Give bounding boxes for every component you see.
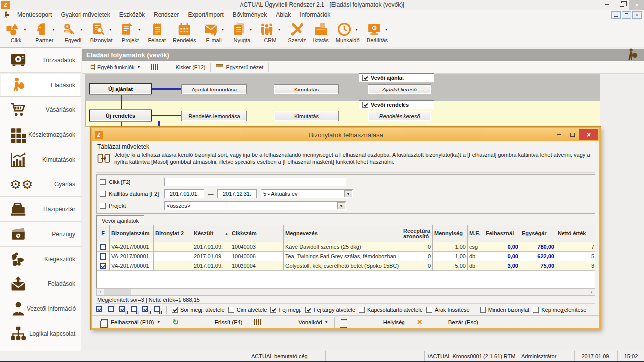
sidebar-item-vezetoi-informacio[interactable]: Vezetői információ [0, 296, 81, 321]
menu-item-menucsoport[interactable]: Menücsoport [13, 10, 56, 19]
toolbar-egyedi[interactable]: 0110▼ Egyedi [59, 20, 87, 47]
option-minden-bizonylat[interactable]: Minden bizonylat [480, 307, 530, 313]
chevron-down-icon[interactable]: ▼ [344, 190, 352, 197]
toolbar-rendeles[interactable]: Rendelés [169, 20, 199, 47]
column-header[interactable]: Mennyiség [433, 225, 468, 242]
sidebar-item-kiegeszitok[interactable]: Kiegészítők [0, 247, 81, 272]
toolbar-bizonylat[interactable]: ▼ Bizonylat [87, 20, 116, 47]
use-button[interactable]: Felhasznál (F10) ▼ [95, 317, 166, 328]
column-header[interactable]: Megnevezés [284, 225, 402, 242]
scroll-left-icon[interactable]: ‹ [97, 289, 104, 295]
kisker-button[interactable]: Kisker (F12) [146, 63, 211, 72]
column-header[interactable]: Egységár [520, 225, 556, 242]
tab-vevoi-ajanlatok[interactable]: Vevői ajánlatok [96, 215, 144, 225]
new-offer-button[interactable]: Új ajánlat [89, 83, 152, 94]
toolbar-projekt[interactable]: ▼ Projekt [116, 20, 144, 47]
menu-item-eszkozok[interactable]: Eszközök [115, 10, 149, 19]
menu-item-rendszer[interactable]: Rendszer [149, 10, 183, 19]
toolbar-iktatas[interactable]: Iktatás [309, 20, 332, 47]
sidebar-item-kimutatasok[interactable]: Kimutatások [0, 147, 81, 172]
column-header[interactable]: Bizonylatszám [110, 225, 154, 242]
chevron-down-icon[interactable]: ▼ [137, 28, 141, 31]
filter-datum-checkbox[interactable] [100, 191, 106, 197]
option-cim-atvetele[interactable]: Cím átvétele [228, 307, 267, 313]
minimize-button[interactable] [599, 0, 614, 10]
period-select[interactable]: 5 - Aktuális év ▼ [261, 189, 353, 198]
sidebar-item-penzugy[interactable]: Pénzügy [0, 222, 81, 247]
filter-cikk-checkbox[interactable] [100, 179, 106, 185]
select-edited-rows-button[interactable] [119, 306, 127, 313]
sidebar-item-hazipenztar[interactable]: Házipénztár [0, 197, 81, 222]
close-dialog-button[interactable]: × Bezár (Esc) [411, 317, 484, 328]
chevron-down-icon[interactable]: ▼ [80, 28, 83, 31]
menu-item-bovitmenyek[interactable]: Bővítmények [228, 10, 271, 19]
column-header[interactable]: Nettó érték [556, 225, 595, 242]
option-sor-megj-atvetele[interactable]: Sor megj. átvétele [172, 307, 225, 313]
sidebar-item-feladasok[interactable]: Feladások [0, 272, 81, 296]
select-document-rows-button[interactable] [142, 306, 150, 313]
row-select-checkbox[interactable] [100, 253, 106, 260]
restore-button[interactable] [614, 0, 629, 10]
order-report-button[interactable]: Kimutatás [274, 111, 339, 121]
column-header[interactable]: F [97, 225, 110, 242]
felhasznal-cell[interactable]: 0,00 [484, 242, 520, 252]
row-select-checkbox[interactable] [100, 263, 106, 269]
deselect-document-rows-button[interactable] [154, 306, 161, 313]
date-to-input[interactable] [217, 189, 257, 198]
order-search-button[interactable]: Rendelés kereső [368, 111, 431, 121]
option-fej-targy-atvetele[interactable]: Fej tárgy átvétele [305, 307, 355, 313]
column-header[interactable]: Felhasznál [484, 225, 520, 242]
menu-item-ablak[interactable]: Ablak [271, 10, 295, 19]
offer-report-button[interactable]: Kimutatás [274, 84, 339, 94]
select-all-rows-button[interactable] [96, 306, 104, 313]
felhasznal-cell[interactable]: 3,00 [484, 261, 520, 271]
dialog-minimize-button[interactable] [552, 129, 565, 140]
menu-item-gyakori-muveletek[interactable]: Gyakori műveletek [56, 10, 114, 19]
sidebar-item-keszletmozgasok[interactable]: Készletmozgások [0, 122, 81, 147]
scroll-right-icon[interactable]: › [588, 289, 595, 295]
toolbar-szerviz[interactable]: Szerviz [284, 20, 309, 47]
option-kapcsolattarto-atvetele[interactable]: Kapcsolattartó átvétele [359, 307, 423, 313]
simple-view-button[interactable]: Egyszerű nézet [211, 63, 269, 72]
toolbar-crm[interactable]: ▼ CRM [256, 20, 284, 47]
chevron-down-icon[interactable]: ▼ [355, 28, 358, 31]
table-row[interactable]: VA-2017/00001 2017.01.09. 10040006 Tea, … [97, 252, 595, 261]
toolbar-partner[interactable]: ▼ Partner [30, 20, 59, 47]
chevron-down-icon[interactable]: ▼ [109, 28, 112, 31]
sidebar-item-eladasok[interactable]: Eladások [0, 73, 81, 97]
sidebar-item-vasarlasok[interactable]: Vásárlások [0, 97, 81, 122]
toolbar-beallitas[interactable]: ⚙▼ Beállítás [363, 20, 392, 47]
column-header[interactable]: M.E. [468, 225, 484, 242]
option-kep-megjelenitese[interactable]: Kép megjelenítése [533, 307, 586, 313]
offer-search-button[interactable]: Ajánlat kereső [368, 84, 431, 94]
column-header[interactable]: Receptúra azonosító [402, 225, 433, 242]
sidebar-item-logikai-kapcsolat[interactable]: Logikai kapcsolat [0, 321, 81, 346]
customer-order-checkbox[interactable] [362, 102, 368, 108]
other-functions-button[interactable]: Egyéb funkciók ▼ [85, 63, 146, 72]
projekt-select[interactable]: <összes> ▼ [164, 201, 346, 210]
row-select-checkbox[interactable] [100, 244, 106, 250]
dialog-restore-button[interactable] [565, 129, 579, 140]
sidebar-item-torzsadatok[interactable]: Törzsadatok [0, 48, 81, 73]
scrollbar-thumb[interactable] [104, 289, 131, 295]
toolbar-cikk[interactable]: ▼ Cikk [2, 20, 30, 47]
table-row[interactable]: VA-2017/00001 2017.01.09. 10040003 Kávé … [97, 242, 595, 252]
mdi-minimize-button[interactable] [611, 11, 621, 19]
sidebar-item-gyartas[interactable]: ⚙⚙ Gyártás [0, 172, 81, 197]
column-header-sorted[interactable]: Készült▲ [192, 225, 230, 242]
refresh-button[interactable]: ↻ Frissít (F4) [166, 317, 248, 328]
chevron-down-icon[interactable]: ▼ [52, 28, 55, 31]
new-order-button[interactable]: Új rendelés [89, 110, 152, 121]
column-header[interactable]: Bizonylat 2 [154, 225, 192, 242]
option-arak-frissitese[interactable]: Árak frissítése [426, 307, 470, 313]
chevron-down-icon[interactable]: ▼ [221, 28, 225, 31]
menu-item-informaciok[interactable]: Információk [295, 10, 335, 19]
chevron-down-icon[interactable]: ▼ [23, 28, 27, 31]
option-fej-megj[interactable]: Fej megj. [270, 307, 301, 313]
cancel-offer-button[interactable]: Ajánlat lemondása [181, 84, 247, 94]
deselect-edited-rows-button[interactable] [131, 306, 139, 313]
chevron-down-icon[interactable]: ▼ [385, 28, 388, 31]
deselect-all-rows-button[interactable] [108, 306, 116, 313]
column-header[interactable]: Cikkszám [230, 225, 284, 242]
toolbar-feladat[interactable]: Feladat [144, 20, 169, 47]
